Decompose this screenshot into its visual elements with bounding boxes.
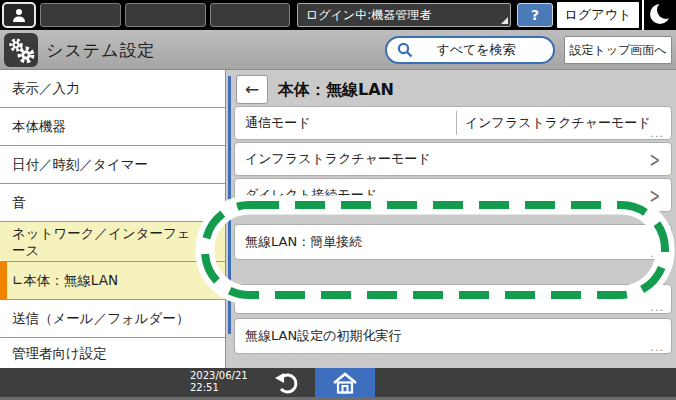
chevron-right-icon: >	[650, 183, 661, 207]
ellipsis-icon: ...	[651, 303, 665, 313]
page-title: システム設定	[46, 39, 156, 62]
function-slot-1[interactable]	[40, 3, 121, 27]
home-button[interactable]	[315, 368, 375, 397]
top-status-bar: ログイン中:機器管理者 ? ログアウト	[0, 0, 676, 30]
sidebar-item-display-input[interactable]: 表示／入力	[0, 70, 225, 108]
settings-top-button[interactable]: 設定トップ画面へ	[564, 36, 672, 64]
help-button[interactable]: ?	[517, 3, 553, 27]
detail-title: 本体：無線LAN	[278, 80, 394, 101]
setting-row-hidden[interactable]: ...	[234, 284, 672, 314]
back-button[interactable]: ←	[236, 75, 268, 104]
setting-row-communication-mode[interactable]: 通信モード インフラストラクチャーモード ...	[234, 106, 672, 140]
system-settings-icon	[4, 33, 38, 67]
setting-row-wireless-lan-easy-setup[interactable]: 無線LAN：簡単接続 ...	[234, 224, 672, 260]
row-divider	[456, 111, 457, 135]
date-label: 2023/06/21	[190, 370, 248, 382]
topbar-divider	[642, 0, 644, 30]
search-icon	[397, 42, 413, 58]
datetime-display: 2023/06/21 22:51	[190, 370, 248, 394]
user-button[interactable]	[2, 2, 36, 28]
setting-row-wireless-lan-reset[interactable]: 無線LAN設定の初期化実行 ...	[234, 318, 672, 354]
home-icon	[332, 371, 358, 395]
sidebar-item-machine[interactable]: 本体機器	[0, 108, 225, 146]
time-label: 22:51	[190, 382, 248, 394]
back-arrow-icon	[272, 372, 302, 396]
ellipsis-icon: ...	[651, 249, 665, 259]
scroll-indicator[interactable]	[228, 76, 231, 334]
sidebar-item-machine-wireless-lan[interactable]: ∟本体：無線LAN	[0, 262, 225, 300]
login-status-label: ログイン中:機器管理者	[306, 8, 431, 22]
chevron-right-icon: >	[650, 147, 661, 171]
sidebar-item-send-mail-folder[interactable]: 送信（メール／フォルダー）	[0, 300, 225, 338]
function-slot-2[interactable]	[125, 3, 206, 27]
bottom-nav-bar: 2023/06/21 22:51	[0, 368, 676, 400]
setting-row-infrastructure-mode[interactable]: インフラストラクチャーモード >	[234, 142, 672, 176]
energy-saver-button[interactable]	[650, 3, 672, 25]
search-placeholder: すべてを検索	[413, 41, 553, 59]
sidebar-item-network-interface[interactable]: ネットワーク／インターフェース	[0, 222, 225, 262]
function-slot-3[interactable]	[210, 3, 290, 27]
sidebar-item-admin-settings[interactable]: 管理者向け設定	[0, 338, 225, 368]
ellipsis-icon: ...	[651, 343, 665, 353]
ellipsis-icon: ...	[651, 129, 665, 139]
logout-button[interactable]: ログアウト	[557, 2, 639, 28]
person-icon	[11, 7, 27, 23]
app-header: システム設定 すべてを検索 設定トップ画面へ	[0, 30, 676, 70]
sidebar-item-date-time-timer[interactable]: 日付／時刻／タイマー	[0, 146, 225, 184]
dropdown-caret-icon	[501, 17, 508, 24]
search-input[interactable]: すべてを検索	[385, 36, 555, 64]
sidebar-item-sound[interactable]: 音	[0, 184, 225, 222]
setting-row-direct-connection-mode[interactable]: ダイレクト接続モード >	[234, 178, 672, 212]
settings-sidebar: 表示／入力 本体機器 日付／時刻／タイマー 音 ネットワーク／インターフェース …	[0, 70, 226, 368]
settings-detail-panel: ← 本体：無線LAN 通信モード インフラストラクチャーモード ... インフラ…	[227, 70, 676, 368]
back-nav-button[interactable]	[272, 372, 302, 396]
login-status[interactable]: ログイン中:機器管理者	[297, 3, 511, 27]
